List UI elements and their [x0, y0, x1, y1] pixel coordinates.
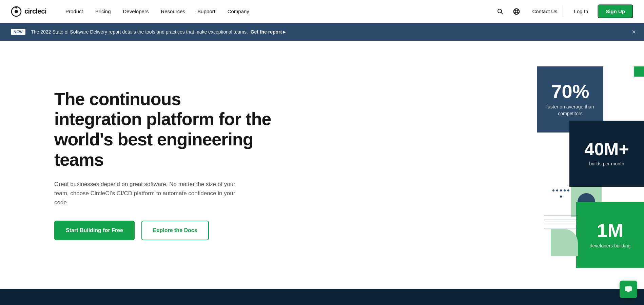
stat-70-number: 70%: [551, 82, 589, 101]
line: [544, 224, 578, 224]
announcement-banner: NEW The 2022 State of Software Delivery …: [0, 23, 644, 41]
dot: [556, 189, 558, 191]
svg-point-1: [15, 10, 18, 13]
nav-link-product[interactable]: Product: [60, 6, 89, 17]
line: [544, 228, 578, 228]
svg-point-6: [515, 8, 518, 14]
nav-link-company[interactable]: Company: [222, 6, 255, 17]
nav-link-pricing[interactable]: Pricing: [90, 6, 116, 17]
signup-button[interactable]: Sign Up: [598, 4, 633, 18]
stats-visual: 70% faster on average than competitors 4…: [502, 66, 644, 263]
stat-1m-label: developers building: [590, 243, 631, 249]
nav-link-support[interactable]: Support: [192, 6, 221, 17]
logo[interactable]: circleci: [11, 6, 46, 17]
hero-section: The continuous integration platform for …: [0, 41, 644, 289]
dot: [564, 189, 566, 191]
search-icon: [497, 8, 503, 15]
new-badge: NEW: [11, 29, 25, 35]
navbar: circleci Product Pricing Developers Reso…: [0, 0, 644, 23]
stat-1m-number: 1M: [597, 221, 623, 240]
nav-link-resources[interactable]: Resources: [155, 6, 191, 17]
line: [544, 216, 578, 216]
login-link[interactable]: Log In: [569, 6, 594, 17]
logo-text: circleci: [24, 7, 46, 15]
stat-40m-number: 40M+: [584, 140, 629, 158]
chat-widget-button[interactable]: [620, 281, 637, 289]
banner-close-button[interactable]: ×: [632, 28, 636, 35]
stat-70-label: faster on average than competitors: [544, 104, 597, 117]
explore-docs-button[interactable]: Explore the Docs: [141, 221, 209, 240]
dots-decoration: [551, 188, 571, 199]
line: [544, 220, 578, 220]
svg-point-5: [514, 8, 520, 14]
stat-1m-block: 1M developers building: [576, 202, 644, 268]
nav-link-developers[interactable]: Developers: [118, 6, 154, 17]
stat-40m-block: 40M+ builds per month: [569, 121, 644, 187]
accent-green-bottom-right: [551, 229, 578, 256]
hero-title: The continuous integration platform for …: [54, 89, 271, 170]
circleci-logo-icon: [11, 6, 22, 17]
stat-40m-label: builds per month: [589, 161, 624, 167]
contact-link[interactable]: Contact Us: [527, 6, 563, 17]
svg-rect-9: [625, 286, 632, 289]
accent-green-top-right: [634, 66, 644, 77]
chat-icon: [624, 285, 632, 289]
dot: [552, 189, 554, 191]
banner-cta-link[interactable]: Get the report ▸: [251, 29, 286, 35]
dot: [567, 189, 569, 191]
svg-point-2: [15, 6, 17, 8]
nav-actions: Contact Us Log In Sign Up: [494, 4, 633, 18]
globe-icon: [513, 8, 520, 15]
banner-text: The 2022 State of Software Delivery repo…: [31, 29, 633, 35]
dot: [560, 196, 562, 198]
search-button[interactable]: [494, 5, 506, 18]
globe-button[interactable]: [510, 5, 523, 18]
start-building-button[interactable]: Start Building for Free: [54, 221, 135, 240]
nav-links: Product Pricing Developers Resources Sup…: [60, 6, 494, 17]
dot: [560, 189, 562, 191]
hero-buttons: Start Building for Free Explore the Docs: [54, 221, 271, 240]
hero-left: The continuous integration platform for …: [54, 89, 292, 241]
svg-line-4: [501, 12, 503, 14]
hero-subtitle: Great businesses depend on great softwar…: [54, 180, 244, 207]
